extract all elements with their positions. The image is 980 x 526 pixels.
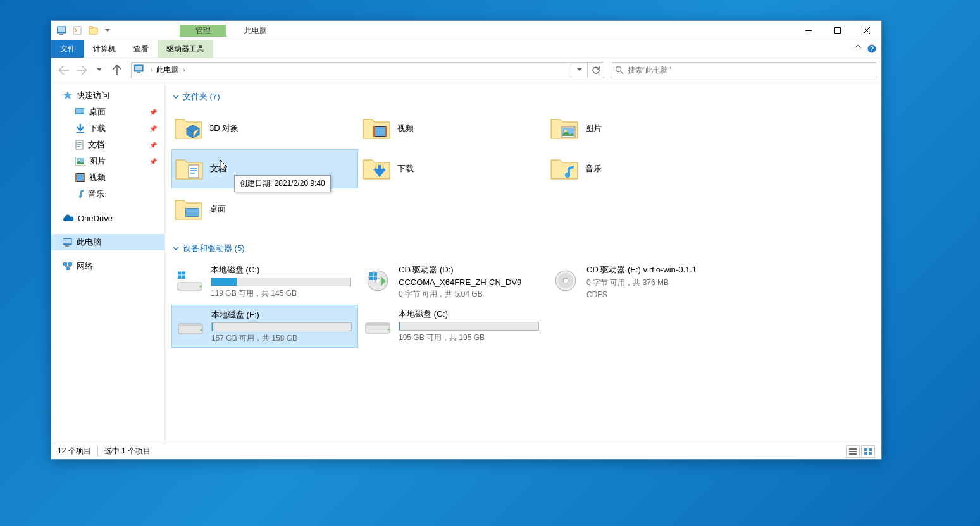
chevron-right-icon[interactable]: › <box>182 66 186 73</box>
maximize-button[interactable] <box>823 21 852 40</box>
svg-rect-40 <box>385 126 387 137</box>
drive-c[interactable]: 本地磁盘 (C:) 119 GB 可用，共 145 GB <box>171 260 358 303</box>
network-icon <box>63 262 73 271</box>
navigation-bar: › 此电脑 › <box>51 58 881 82</box>
chevron-down-icon <box>173 94 179 100</box>
drive-usage-bar <box>211 278 351 286</box>
svg-rect-36 <box>66 267 70 270</box>
close-button[interactable] <box>852 21 881 40</box>
svg-rect-50 <box>178 283 202 290</box>
tree-onedrive[interactable]: OneDrive <box>51 210 164 226</box>
qat-new-folder[interactable] <box>87 23 101 37</box>
svg-rect-45 <box>190 168 197 169</box>
svg-rect-64 <box>849 448 857 450</box>
drive-e[interactable]: CD 驱动器 (E:) virtio-win-0.1.1 0 字节 可用，共 3… <box>547 260 734 303</box>
folder-pictures[interactable]: 图片 <box>547 109 734 148</box>
document-icon <box>75 140 84 150</box>
svg-rect-39 <box>373 126 375 137</box>
nav-back-button[interactable] <box>56 63 71 78</box>
breadcrumb-this-pc[interactable]: 此电脑 <box>154 64 182 75</box>
folder-download-icon <box>362 156 391 181</box>
search-bar[interactable] <box>611 62 876 78</box>
chevron-down-icon <box>173 245 179 252</box>
svg-rect-19 <box>77 132 84 133</box>
tree-network[interactable]: 网络 <box>51 258 164 274</box>
qat-dropdown[interactable] <box>103 23 112 37</box>
svg-rect-29 <box>75 173 77 182</box>
tree-quick-access[interactable]: 快速访问 <box>51 87 164 104</box>
star-icon <box>63 90 73 101</box>
tree-documents[interactable]: 文档📌 <box>51 137 164 153</box>
tree-desktop[interactable]: 桌面📌 <box>51 104 164 120</box>
drive-d[interactable]: CD 驱动器 (D:) CCCOMA_X64FRE_ZH-CN_DV9 0 字节… <box>359 260 546 303</box>
folder-3d-objects[interactable]: 3D 对象 <box>171 109 358 148</box>
svg-point-63 <box>388 329 390 331</box>
svg-rect-34 <box>63 262 67 266</box>
folder-videos[interactable]: 视频 <box>359 109 546 148</box>
folder-documents[interactable]: 文档 创建日期: 2021/2/20 9:40 <box>171 149 358 188</box>
group-header-folders[interactable]: 文件夹 (7) <box>171 87 875 109</box>
folder-3d-icon <box>174 116 203 141</box>
svg-rect-49 <box>186 209 199 216</box>
view-tiles-button[interactable] <box>861 445 875 458</box>
minimize-button[interactable] <box>794 21 823 40</box>
svg-rect-38 <box>375 127 386 136</box>
nav-up-button[interactable] <box>109 63 125 78</box>
window-title: 此电脑 <box>226 25 794 36</box>
folder-video-icon <box>362 116 391 141</box>
folder-music[interactable]: 音乐 <box>547 149 734 188</box>
ribbon-collapse-icon[interactable] <box>855 44 861 48</box>
svg-rect-46 <box>190 170 197 171</box>
qat-properties[interactable] <box>70 23 84 37</box>
pin-icon: 📌 <box>149 142 157 149</box>
svg-rect-65 <box>849 451 857 452</box>
folder-desktop-icon <box>174 197 203 222</box>
group-header-devices[interactable]: 设备和驱动器 (5) <box>171 239 875 260</box>
cd-icon <box>551 267 580 293</box>
tooltip: 创建日期: 2021/2/20 9:40 <box>234 175 331 192</box>
video-icon <box>75 173 85 182</box>
pin-icon: 📌 <box>149 125 157 132</box>
ribbon-tab-view[interactable]: 查看 <box>125 40 158 58</box>
folder-downloads[interactable]: 下载 <box>359 149 546 188</box>
ribbon-tab-file[interactable]: 文件 <box>51 40 84 58</box>
music-icon <box>75 189 84 199</box>
chevron-right-icon[interactable]: › <box>149 66 154 73</box>
tree-pictures[interactable]: 图片📌 <box>51 153 164 169</box>
ribbon-tabs: 文件 计算机 查看 驱动器工具 ? <box>51 40 881 58</box>
help-icon[interactable]: ? <box>867 44 876 53</box>
svg-point-57 <box>563 278 568 283</box>
svg-rect-35 <box>68 262 72 266</box>
address-history-dropdown[interactable] <box>571 63 587 78</box>
svg-rect-23 <box>77 146 80 147</box>
address-bar[interactable]: › 此电脑 › <box>131 62 604 78</box>
tree-this-pc[interactable]: 此电脑 <box>51 234 164 250</box>
folder-desktop[interactable]: 桌面 <box>171 190 358 229</box>
svg-rect-1 <box>58 27 65 32</box>
nav-forward-button[interactable] <box>74 63 89 78</box>
tree-music[interactable]: 音乐 <box>51 186 164 202</box>
nav-recent-dropdown[interactable] <box>92 63 107 78</box>
address-icon <box>134 64 146 76</box>
drive-g[interactable]: 本地磁盘 (G:) 195 GB 可用，共 195 GB <box>359 305 546 348</box>
view-details-button[interactable] <box>846 445 860 458</box>
svg-rect-21 <box>77 142 82 143</box>
svg-rect-22 <box>77 144 82 145</box>
svg-rect-9 <box>835 28 841 34</box>
refresh-button[interactable] <box>587 63 604 78</box>
tree-videos[interactable]: 视频 <box>51 169 164 186</box>
svg-rect-18 <box>76 109 84 113</box>
svg-point-15 <box>616 66 621 71</box>
explorer-window: 管理 此电脑 文件 计算机 查看 驱动器工具 ? › 此电脑 <box>51 20 882 460</box>
ribbon-tab-computer[interactable]: 计算机 <box>84 40 125 58</box>
pin-icon: 📌 <box>149 109 157 116</box>
folder-document-icon <box>175 156 204 181</box>
search-input[interactable] <box>628 66 872 75</box>
ribbon-tab-drive-tools[interactable]: 驱动器工具 <box>158 40 213 58</box>
svg-rect-14 <box>137 72 140 73</box>
content-pane: 文件夹 (7) 3D 对象 视频 图片 文 <box>165 82 881 443</box>
cloud-icon <box>63 214 74 222</box>
tree-downloads[interactable]: 下载📌 <box>51 120 164 137</box>
drive-f[interactable]: 本地磁盘 (F:) 157 GB 可用，共 158 GB <box>171 305 358 348</box>
svg-line-16 <box>621 71 623 74</box>
